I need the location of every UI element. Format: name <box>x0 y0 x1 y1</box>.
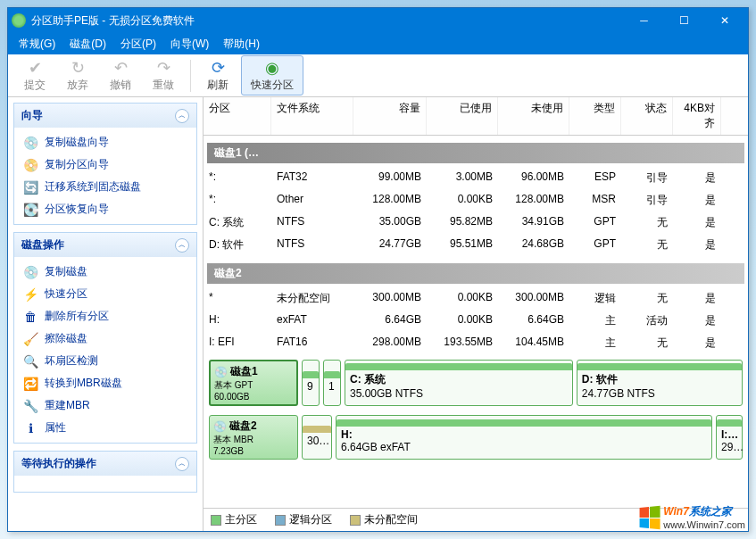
col-type[interactable]: 类型 <box>569 97 621 135</box>
disk-icon: 💿 <box>213 420 227 433</box>
col-used[interactable]: 已使用 <box>427 97 498 135</box>
part-h[interactable]: H:6.64GB exFAT <box>336 415 712 460</box>
cell-type: GPT <box>569 236 621 254</box>
menu-general[interactable]: 常规(G) <box>12 35 62 54</box>
minimize-button[interactable]: ─ <box>624 8 664 33</box>
cell-type: GPT <box>569 213 621 232</box>
windows-logo-icon <box>640 505 660 528</box>
sidebar-item-properties[interactable]: ℹ属性 <box>14 417 196 439</box>
sidebar-item-wipe-disk[interactable]: 🧹擦除磁盘 <box>14 328 196 350</box>
cell-cap: 128.00MB <box>353 191 427 210</box>
cell-part: * <box>204 289 271 308</box>
table-row[interactable]: *未分配空间300.00MB0.00KB300.00MB逻辑无是 <box>204 287 748 310</box>
main-panel: 分区 文件系统 容量 已使用 未使用 类型 状态 4KB对齐 磁盘1 (… *:… <box>203 97 748 531</box>
cell-free: 24.68GB <box>498 236 569 254</box>
menu-partition[interactable]: 分区(P) <box>113 35 163 54</box>
redo-icon: ↷ <box>154 58 173 78</box>
cell-fs: NTFS <box>271 213 353 232</box>
disk2-group-header[interactable]: 磁盘2 <box>207 263 744 284</box>
table-row[interactable]: D: 软件NTFS24.77GB95.51MB24.68GBGPT无是 <box>204 234 748 256</box>
table-row[interactable]: H:exFAT6.64GB0.00KB6.64GB主活动是 <box>204 310 748 332</box>
wizard-panel-header[interactable]: 向导︿ <box>14 104 196 128</box>
cell-stat: 引导 <box>621 169 673 187</box>
part-esp[interactable]: 9 <box>302 360 320 406</box>
part-unalloc[interactable]: 30… <box>302 415 332 460</box>
sidebar-item-migrate-ssd[interactable]: 🔄迁移系统到固态磁盘 <box>14 176 196 198</box>
disk-copy-icon: 💿 <box>23 136 37 150</box>
commit-button[interactable]: ✔提交 <box>15 56 54 95</box>
window-title: 分区助手PE版 - 无损分区免费软件 <box>31 13 624 29</box>
sidebar-item-convert-mbr[interactable]: 🔁转换到MBR磁盘 <box>14 372 196 394</box>
cell-fs: NTFS <box>271 236 353 254</box>
disk2-info[interactable]: 💿磁盘2 基本 MBR 7.23GB <box>209 415 298 460</box>
cell-part: D: 软件 <box>204 236 271 254</box>
erase-icon: 🧹 <box>23 332 37 346</box>
undo-button[interactable]: ↶撤销 <box>101 56 140 95</box>
cell-stat: 无 <box>621 334 673 352</box>
table-row[interactable]: *:Other128.00MB0.00KB128.00MBMSR引导是 <box>204 189 748 211</box>
diskmap-2: 💿磁盘2 基本 MBR 7.23GB 30… H:6.64GB exFAT I:… <box>209 415 743 460</box>
table-row[interactable]: I: EFIFAT16298.00MB193.55MB104.45MB主无是 <box>204 332 748 354</box>
primary-swatch <box>211 515 221 526</box>
part-i[interactable]: I:…29… <box>716 415 743 460</box>
maximize-button[interactable]: ☐ <box>664 8 704 33</box>
chevron-up-icon: ︿ <box>175 109 189 123</box>
cell-type: 主 <box>569 334 621 352</box>
cell-used: 0.00KB <box>427 191 498 210</box>
toolbar: ✔提交 ↻放弃 ↶撤销 ↷重做 ⟳刷新 ◉快速分区 <box>8 54 748 97</box>
app-icon <box>12 13 26 28</box>
cell-cap: 298.00MB <box>353 334 427 352</box>
table-row[interactable]: *:FAT3299.00MB3.00MB96.00MBESP引导是 <box>204 167 748 189</box>
cell-fs: Other <box>271 191 353 210</box>
cell-used: 95.51MB <box>427 236 498 254</box>
sidebar-item-recover-partition[interactable]: 💽分区恢复向导 <box>14 198 196 220</box>
col-partition[interactable]: 分区 <box>204 97 271 135</box>
cell-fourk: 是 <box>673 289 721 308</box>
sidebar-item-bad-sector[interactable]: 🔍坏扇区检测 <box>14 350 196 372</box>
redo-button[interactable]: ↷重做 <box>144 56 183 95</box>
cell-fourk: 是 <box>673 191 721 210</box>
disk-ops-panel-header[interactable]: 磁盘操作︿ <box>14 233 196 257</box>
sidebar-item-rebuild-mbr[interactable]: 🔧重建MBR <box>14 394 196 417</box>
pending-panel-header[interactable]: 等待执行的操作︿ <box>14 452 196 476</box>
part-d[interactable]: D: 软件24.77GB NTFS <box>577 360 743 406</box>
cell-part: *: <box>204 169 271 187</box>
legend-logical: 逻辑分区 <box>275 512 332 527</box>
close-button[interactable]: ✕ <box>704 8 744 33</box>
cell-part: *: <box>204 191 271 210</box>
col-status[interactable]: 状态 <box>621 97 673 135</box>
sidebar-item-copy-disk-wizard[interactable]: 💿复制磁盘向导 <box>14 131 196 153</box>
menu-wizard[interactable]: 向导(W) <box>163 35 216 54</box>
sidebar-item-copy-disk[interactable]: 💿复制磁盘 <box>14 261 196 283</box>
part-c[interactable]: C: 系统35.00GB NTFS <box>345 360 573 406</box>
part-msr[interactable]: 1 <box>323 360 341 406</box>
disk1-group-header[interactable]: 磁盘1 (… <box>207 143 744 163</box>
col-free[interactable]: 未使用 <box>498 97 569 135</box>
chevron-up-icon: ︿ <box>175 457 189 471</box>
logical-swatch <box>275 515 286 526</box>
wizard-panel: 向导︿ 💿复制磁盘向导 📀复制分区向导 🔄迁移系统到固态磁盘 💽分区恢复向导 <box>13 103 197 225</box>
sidebar-item-quick-partition[interactable]: ⚡快速分区 <box>14 283 196 305</box>
convert-icon: 🔁 <box>23 377 37 391</box>
disk-icon: 💿 <box>214 366 228 378</box>
cell-free: 128.00MB <box>498 191 569 210</box>
cell-cap: 6.64GB <box>353 311 427 330</box>
sidebar-item-delete-all[interactable]: 🗑删除所有分区 <box>14 305 196 328</box>
legend-primary: 主分区 <box>211 512 257 527</box>
cell-fs: 未分配空间 <box>271 289 353 308</box>
bolt-icon: ⚡ <box>23 287 37 302</box>
quick-partition-button[interactable]: ◉快速分区 <box>241 55 303 95</box>
disk1-info[interactable]: 💿磁盘1 基本 GPT 60.00GB <box>209 360 298 406</box>
cell-cap: 99.00MB <box>353 169 427 187</box>
col-capacity[interactable]: 容量 <box>353 97 427 135</box>
sidebar-item-copy-partition-wizard[interactable]: 📀复制分区向导 <box>14 153 196 176</box>
scan-icon: 🔍 <box>23 354 37 369</box>
refresh-button[interactable]: ⟳刷新 <box>198 56 237 95</box>
menu-disk[interactable]: 磁盘(D) <box>62 35 113 54</box>
col-4k-align[interactable]: 4KB对齐 <box>673 97 721 135</box>
table-body: 磁盘1 (… *:FAT3299.00MB3.00MB96.00MBESP引导是… <box>204 136 748 508</box>
table-row[interactable]: C: 系统NTFS35.00GB95.82MB34.91GBGPT无是 <box>204 211 748 234</box>
menu-help[interactable]: 帮助(H) <box>216 35 267 54</box>
col-filesystem[interactable]: 文件系统 <box>271 97 353 135</box>
abort-button[interactable]: ↻放弃 <box>58 56 97 95</box>
